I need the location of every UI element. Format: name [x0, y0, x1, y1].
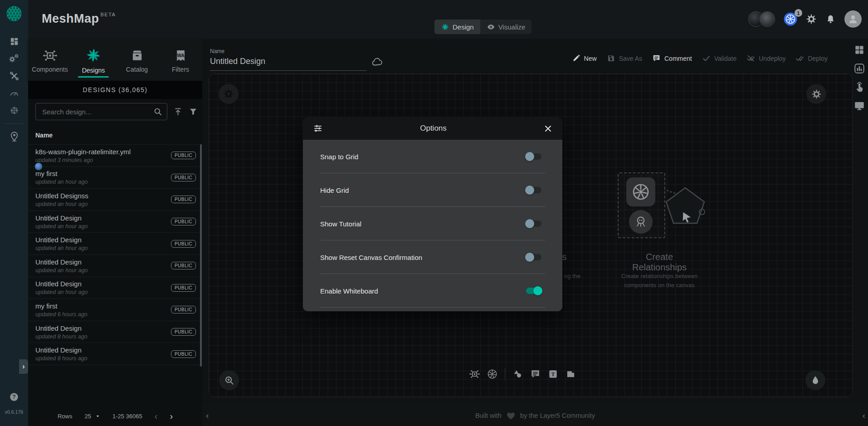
pagination: Rows 25 1-25 36065 ‹ › — [28, 411, 202, 421]
design-name-label: Name — [210, 48, 224, 54]
filters-icon: WA — [174, 49, 188, 63]
canvas-config-button[interactable] — [806, 84, 826, 104]
settings-icon[interactable] — [806, 14, 817, 24]
app-title: MeshMapBETA — [42, 12, 116, 26]
sidebar-tab-components[interactable]: Components — [28, 39, 72, 81]
sidebar-expand-button[interactable]: › — [19, 359, 28, 374]
design-item-text: k8s-wasm-plugin-ratelimiter.ymlupdated 3… — [35, 148, 171, 163]
toggle-hide-grid[interactable] — [525, 186, 542, 195]
design-list-item[interactable]: Untitled Designupdated an hour agoPUBLIC — [28, 211, 202, 233]
dashboard-icon[interactable] — [9, 36, 20, 47]
meshery-logo-icon[interactable] — [6, 5, 22, 22]
canvas-settings-button[interactable] — [219, 84, 239, 104]
design-list-item[interactable]: Untitled Designupdated an hour agoPUBLIC — [28, 233, 202, 255]
design-name-input[interactable] — [210, 57, 366, 71]
search-input[interactable] — [41, 108, 153, 116]
kubernetes-context-button[interactable]: 1 — [784, 12, 797, 26]
sidebar-tab-filters[interactable]: WAFilters — [159, 39, 202, 81]
design-list-item[interactable]: Untitled Designupdated an hour agoPUBLIC — [28, 277, 202, 299]
display-icon[interactable] — [853, 100, 865, 112]
save-as-button[interactable]: Save As — [607, 54, 642, 63]
cloud-save-icon[interactable] — [371, 56, 383, 68]
setting-label: Enable Whiteboard — [320, 287, 525, 295]
design-list-item[interactable]: Untitled Designupdated 8 hours agoPUBLIC — [28, 321, 202, 343]
toggle-snap-to-grid[interactable] — [525, 152, 542, 161]
app-version: v0.6.176 — [0, 409, 28, 415]
shapes-tool-icon[interactable] — [512, 369, 523, 379]
footer-collapse-left[interactable]: ‹ — [206, 411, 209, 421]
design-list-item[interactable]: Untitled Designupdated an hour agoPUBLIC — [28, 255, 202, 277]
mode-switch: DesignVisualize — [434, 20, 532, 34]
search-icon[interactable] — [153, 107, 162, 116]
visibility-badge[interactable]: PUBLIC — [171, 218, 196, 225]
design-list-item[interactable]: k8s-wasm-plugin-ratelimiter.ymlupdated 3… — [28, 145, 202, 167]
visibility-badge[interactable]: PUBLIC — [171, 350, 196, 358]
sidebar-tab-catalog[interactable]: Catalog — [115, 39, 159, 81]
prev-page-button[interactable]: ‹ — [155, 411, 158, 421]
toggle-knob — [525, 219, 534, 228]
setting-row: Hide Grid — [303, 173, 562, 207]
visibility-badge[interactable]: PUBLIC — [171, 196, 196, 203]
new-button[interactable]: New — [572, 54, 597, 63]
design-search-box[interactable] — [35, 103, 167, 120]
toggle-enable-whiteboard[interactable] — [525, 286, 542, 295]
canvas-view-rail — [853, 44, 865, 112]
svg-text:T: T — [551, 372, 555, 377]
meshmap-pin-icon[interactable] — [9, 132, 20, 142]
design-list-item[interactable]: my firstupdated an hour agoPUBLIC — [28, 167, 202, 189]
deploy-button[interactable]: Deploy — [795, 54, 828, 63]
design-item-updated: updated 6 hours ago — [35, 311, 171, 318]
design-item-text: my firstupdated 6 hours ago — [35, 302, 171, 318]
zoom-button[interactable] — [219, 370, 239, 390]
lifecycle-icon[interactable] — [9, 54, 20, 64]
collaborator-avatars[interactable] — [748, 11, 775, 27]
visibility-badge[interactable]: PUBLIC — [171, 284, 196, 292]
filter-icon[interactable] — [189, 107, 198, 116]
undeploy-button[interactable]: Undeploy — [746, 54, 785, 63]
footer-collapse-right[interactable]: ‹ — [863, 411, 865, 421]
user-avatar[interactable] — [844, 10, 862, 28]
performance-icon[interactable] — [9, 88, 20, 98]
mode-tab-design[interactable]: Design — [434, 20, 480, 34]
sidebar-tab-designs[interactable]: Designs — [72, 39, 115, 81]
configuration-icon[interactable] — [9, 71, 20, 81]
visibility-badge[interactable]: PUBLIC — [171, 152, 196, 159]
notifications-icon[interactable] — [825, 14, 836, 24]
list-scrollbar[interactable] — [200, 144, 202, 367]
header-actions: 1 — [748, 9, 862, 29]
components-icon — [43, 49, 57, 63]
design-list-item[interactable]: Untitled Designupdated 8 hours agoPUBLIC — [28, 343, 202, 365]
visibility-badge[interactable]: PUBLIC — [171, 306, 196, 313]
text-tool-icon[interactable]: T — [548, 369, 558, 379]
kubernetes-tool-icon[interactable] — [487, 369, 497, 379]
component-tool-icon[interactable] — [469, 369, 480, 379]
visibility-badge[interactable]: PUBLIC — [171, 328, 196, 336]
rows-per-page-select[interactable]: 25 — [84, 413, 100, 420]
layout-grid-icon[interactable] — [853, 44, 865, 56]
ink-tool-button[interactable] — [805, 370, 825, 390]
design-item-text: Untitled Designupdated an hour ago — [35, 280, 171, 295]
visibility-badge[interactable]: PUBLIC — [171, 262, 196, 269]
caret-down-icon — [95, 414, 100, 419]
design-list-item[interactable]: my firstupdated 6 hours agoPUBLIC — [28, 299, 202, 321]
mode-tab-visualize[interactable]: Visualize — [480, 20, 532, 34]
comment-button[interactable]: Comment — [652, 54, 692, 63]
design-item-text: Untitled Designssupdated an hour ago — [35, 192, 171, 207]
help-icon[interactable]: ? — [9, 392, 19, 402]
media-tool-icon[interactable] — [566, 369, 576, 379]
close-icon[interactable] — [544, 124, 552, 133]
toggle-show-tutorial[interactable] — [525, 219, 542, 228]
toggle-show-reset-canvas-confirmation[interactable] — [525, 253, 542, 262]
interaction-icon[interactable] — [853, 81, 865, 93]
design-list-item[interactable]: Untitled Designssupdated an hour agoPUBL… — [28, 189, 202, 211]
visibility-badge[interactable]: PUBLIC — [171, 240, 196, 248]
comment-tool-icon[interactable] — [530, 369, 541, 379]
next-page-button[interactable]: › — [170, 411, 173, 421]
extensions-icon[interactable] — [9, 105, 20, 116]
import-design-icon[interactable] — [173, 107, 183, 117]
design-item-name: Untitled Design — [35, 346, 171, 354]
validate-button[interactable]: Validate — [702, 54, 737, 63]
chart-icon[interactable] — [853, 63, 865, 74]
visibility-badge[interactable]: PUBLIC — [171, 174, 196, 181]
collaborator-avatar[interactable] — [760, 11, 775, 27]
